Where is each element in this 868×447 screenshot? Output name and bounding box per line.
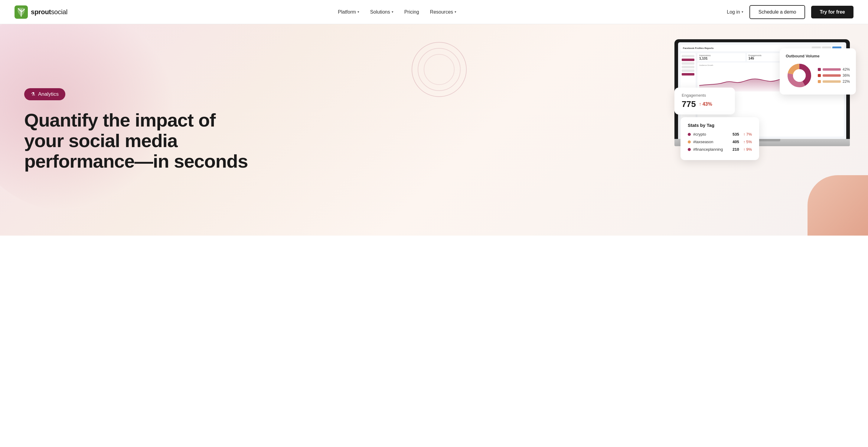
hero-visual: Facebook Profiles Reports xyxy=(391,24,868,236)
tag-change-1: ↑ 7% xyxy=(743,132,752,137)
arrow-up-icon: ↑ xyxy=(743,132,745,137)
nav-resources[interactable]: Resources ▾ xyxy=(430,9,456,15)
svg-point-8 xyxy=(793,69,806,82)
hero-content: ⚗ Analytics Quantify the impact of your … xyxy=(0,64,434,196)
chevron-down-icon: ▾ xyxy=(742,10,743,14)
sprout-logo-icon xyxy=(14,5,28,19)
schedule-demo-button[interactable]: Schedule a demo xyxy=(749,5,805,19)
tag-change-2: ↑ 5% xyxy=(743,140,752,144)
chevron-down-icon: ▾ xyxy=(392,10,394,14)
outbound-volume-card: Outbound Volume xyxy=(780,48,856,95)
arrow-up-icon: ↑ xyxy=(743,140,745,144)
nav-pricing[interactable]: Pricing xyxy=(404,9,419,15)
hero-title: Quantify the impact of your social media… xyxy=(24,110,410,172)
donut-chart xyxy=(786,62,813,89)
hero-section: ⚗ Analytics Quantify the impact of your … xyxy=(0,24,868,236)
engagement-change: ↑ 43% xyxy=(699,101,712,107)
chevron-down-icon: ▾ xyxy=(358,10,359,14)
login-button[interactable]: Log in ▾ xyxy=(727,9,743,15)
laptop-image: Facebook Profiles Reports xyxy=(675,39,850,154)
legend-item-1: 42% xyxy=(818,67,850,72)
logo-text: sproutsocial xyxy=(31,8,67,16)
arrow-up-icon: ↑ xyxy=(699,101,701,107)
legend-item-3: 22% xyxy=(818,79,850,84)
logo[interactable]: sproutsocial xyxy=(14,5,67,19)
legend-item-2: 36% xyxy=(818,73,850,78)
nav-solutions[interactable]: Solutions ▾ xyxy=(370,9,394,15)
navigation: sproutsocial Platform ▾ Solutions ▾ Pric… xyxy=(0,0,868,24)
chevron-down-icon: ▾ xyxy=(455,10,456,14)
tag-row-1: #crypto 535 ↑ 7% xyxy=(688,132,752,137)
tag-change-3: ↑ 9% xyxy=(743,147,752,151)
flask-icon: ⚗ xyxy=(31,91,35,97)
accent-decoration xyxy=(807,175,868,236)
stats-by-tag-card: Stats by Tag #crypto 535 ↑ 7% #taxseason xyxy=(681,117,759,160)
tag-row-2: #taxseason 405 ↑ 5% xyxy=(688,140,752,144)
tag-row-3: #financeplanning 210 ↑ 9% xyxy=(688,147,752,151)
laptop-mockup: Facebook Profiles Reports xyxy=(391,24,868,236)
analytics-badge: ⚗ Analytics xyxy=(24,88,65,100)
try-free-button[interactable]: Try for free xyxy=(811,6,854,19)
donut-legend: 42% 36% 22% xyxy=(818,67,850,84)
nav-platform[interactable]: Platform ▾ xyxy=(338,9,359,15)
arrow-up-icon: ↑ xyxy=(743,147,745,151)
engagements-card: Engagements 775 ↑ 43% xyxy=(675,88,735,114)
nav-actions: Log in ▾ Schedule a demo Try for free xyxy=(727,5,854,19)
nav-links: Platform ▾ Solutions ▾ Pricing Resources… xyxy=(338,9,456,15)
